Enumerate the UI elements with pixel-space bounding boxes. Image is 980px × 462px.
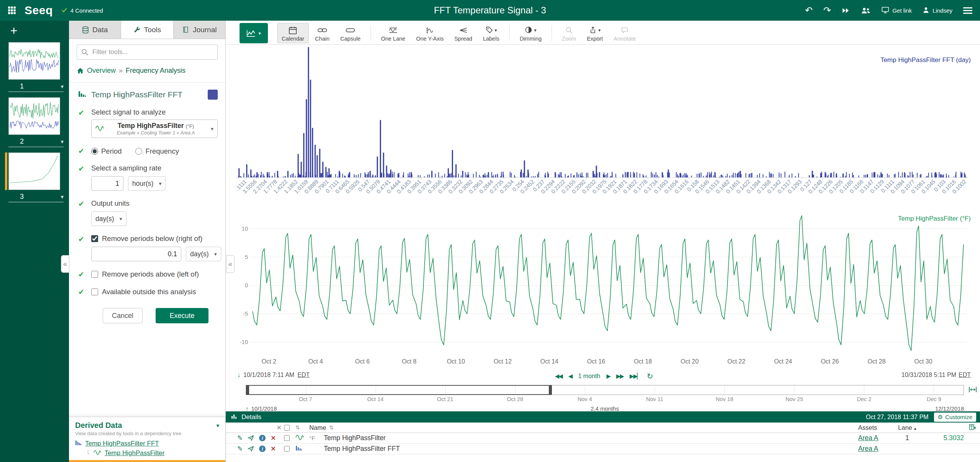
- home-icon[interactable]: [77, 67, 84, 74]
- sampling-rate-input[interactable]: [91, 176, 123, 191]
- derived-item-fft[interactable]: Temp HighPassFilter FFT: [75, 440, 219, 447]
- chevron-down-icon[interactable]: ▾: [61, 138, 64, 145]
- customize-button[interactable]: ⚙Customize: [934, 413, 976, 422]
- send-icon[interactable]: [248, 435, 254, 441]
- trend-chart[interactable]: 1050-5-10Oct 2Oct 4Oct 6Oct 8Oct 10Oct 1…: [236, 212, 967, 369]
- worksheet-1-preview[interactable]: [8, 42, 60, 80]
- display-range-start[interactable]: 10/1/2018 7:11 AM: [243, 372, 294, 378]
- step-forward-fast-icon[interactable]: ▶▶: [616, 370, 624, 382]
- tab-journal[interactable]: Journal: [174, 21, 225, 39]
- worksheet-thumbnail-1[interactable]: 1 ▾: [8, 42, 64, 92]
- step-forward-icon[interactable]: ▶: [606, 370, 610, 382]
- remove-icon[interactable]: ✕: [271, 434, 276, 442]
- filter-tools-input[interactable]: [77, 44, 218, 60]
- derived-item-link[interactable]: Temp HighPassFilter: [105, 449, 165, 457]
- trend-view-button[interactable]: ▾: [240, 23, 268, 43]
- name-column-header[interactable]: Name: [309, 424, 326, 431]
- series-color-swatch[interactable]: [208, 90, 218, 100]
- remove-below-checkbox[interactable]: [91, 235, 98, 242]
- get-link-button[interactable]: Get link: [882, 7, 912, 15]
- redo-icon[interactable]: ↷: [823, 6, 831, 15]
- derived-item-signal[interactable]: └ Temp HighPassFilter: [86, 449, 219, 457]
- dimming-button[interactable]: ▾ Dimming: [515, 23, 546, 43]
- lane-column-header[interactable]: Lane: [898, 424, 912, 431]
- step-back-icon[interactable]: ◀: [568, 370, 572, 382]
- remove-icon[interactable]: ✕: [271, 445, 276, 452]
- sort-icon[interactable]: ⇅: [329, 424, 334, 431]
- output-unit-select[interactable]: day(s)▾: [91, 211, 126, 226]
- chevron-down-icon[interactable]: ▾: [216, 422, 219, 429]
- derived-data-title[interactable]: Derived Data: [75, 421, 122, 430]
- table-row-temp-highpassfilter[interactable]: ✎ i ✕ °F Temp HighPassFilter Area A 1 5.…: [226, 433, 980, 444]
- assets-column-header[interactable]: Assets: [858, 424, 895, 431]
- refresh-icon[interactable]: ↻: [647, 372, 653, 381]
- execute-button[interactable]: Execute: [156, 308, 208, 323]
- edit-icon[interactable]: ✎: [237, 434, 243, 442]
- edit-icon[interactable]: ✎: [237, 445, 243, 453]
- collaborators-icon[interactable]: [861, 7, 871, 14]
- sort-icon[interactable]: ⇅: [295, 424, 300, 431]
- chain-view-button[interactable]: Chain: [310, 23, 334, 43]
- frequency-radio[interactable]: [135, 148, 142, 155]
- connection-status[interactable]: 4 Connected: [61, 7, 103, 14]
- arrow-up-icon[interactable]: ↑: [246, 405, 249, 412]
- asset-link[interactable]: Area A: [858, 434, 878, 442]
- investigate-range-end[interactable]: 12/12/2018: [935, 405, 964, 412]
- one-y-axis-button[interactable]: One Y-Axis: [412, 23, 448, 43]
- undo-icon[interactable]: ↶: [805, 6, 813, 15]
- row-name[interactable]: Temp HighPassFilter FFT: [324, 445, 400, 453]
- investigate-range-duration[interactable]: 2.4 months: [591, 405, 619, 412]
- available-outside-checkbox[interactable]: [91, 288, 98, 295]
- collapse-tools-panel-handle[interactable]: «: [226, 255, 235, 273]
- row-name[interactable]: Temp HighPassFilter: [324, 434, 386, 442]
- timeline-right-handle[interactable]: [549, 385, 552, 395]
- period-radio[interactable]: [91, 148, 98, 155]
- timeline-left-handle[interactable]: [246, 385, 249, 395]
- worksheet-3-preview[interactable]: [8, 152, 60, 190]
- period-radio-option[interactable]: Period: [91, 147, 121, 156]
- remove-below-input[interactable]: [91, 247, 181, 261]
- fft-chart[interactable]: 07.11113.55562.37041.77781.42221.18521.0…: [236, 47, 967, 212]
- user-menu[interactable]: Lindsey: [923, 7, 952, 15]
- add-column-icon[interactable]: [969, 423, 976, 432]
- worksheet-title[interactable]: FFT Temperature Signal - 3: [434, 5, 546, 16]
- worksheet-2-preview[interactable]: [8, 97, 60, 135]
- cancel-button[interactable]: Cancel: [103, 308, 143, 323]
- labels-button[interactable]: ▾ Labels: [478, 23, 504, 43]
- timezone-label[interactable]: EDT: [959, 372, 971, 378]
- row-checkbox[interactable]: [284, 446, 290, 452]
- timeline-selected-range[interactable]: [246, 385, 552, 395]
- remove-above-checkbox[interactable]: [91, 271, 98, 278]
- tab-tools[interactable]: Tools: [121, 21, 173, 39]
- worksheet-thumbnail-3[interactable]: 3 ▾: [8, 152, 64, 202]
- capsule-view-button[interactable]: Capsule: [336, 23, 365, 43]
- export-button[interactable]: ▾ Export: [582, 23, 607, 43]
- frequency-radio-option[interactable]: Frequency: [135, 147, 179, 156]
- signal-select[interactable]: Temp HighPassFilter (°F) Example » Cooli…: [91, 120, 218, 138]
- chevron-down-icon[interactable]: ▾: [61, 83, 64, 90]
- breadcrumb-overview[interactable]: Overview: [87, 67, 116, 75]
- info-icon[interactable]: i: [259, 435, 266, 441]
- timezone-label[interactable]: EDT: [297, 372, 310, 378]
- investigate-range-start[interactable]: 10/1/2018: [251, 405, 277, 412]
- row-checkbox[interactable]: [284, 435, 290, 441]
- tab-data[interactable]: Data: [69, 21, 121, 39]
- table-row-temp-highpassfilter-fft[interactable]: ✎ i ✕ Temp HighPassFilter FFT Area A: [226, 444, 980, 454]
- timeline-resize-icon[interactable]: [969, 386, 977, 395]
- details-title[interactable]: Details: [241, 413, 261, 421]
- worksheet-thumbnail-2[interactable]: 2 ▾: [8, 97, 64, 147]
- remove-all-icon[interactable]: ✕: [276, 424, 282, 431]
- asset-link[interactable]: Area A: [858, 445, 878, 452]
- select-all-checkbox[interactable]: [284, 425, 290, 431]
- range-step-label[interactable]: 1 month: [578, 373, 600, 380]
- remove-below-unit-select[interactable]: day(s)▾: [186, 247, 221, 261]
- derived-item-link[interactable]: Temp HighPassFilter FFT: [85, 440, 159, 447]
- spread-button[interactable]: Spread: [450, 23, 477, 43]
- info-icon[interactable]: i: [259, 446, 266, 452]
- sampling-unit-select[interactable]: hour(s)▾: [128, 176, 166, 191]
- step-back-fast-icon[interactable]: ◀◀: [555, 370, 562, 382]
- collapse-thumbnails-handle[interactable]: «: [61, 255, 69, 273]
- arrow-down-icon[interactable]: ↓: [237, 372, 240, 378]
- chevron-down-icon[interactable]: ▾: [61, 193, 64, 200]
- display-range-end[interactable]: 10/31/2018 5:11 PM: [901, 372, 956, 378]
